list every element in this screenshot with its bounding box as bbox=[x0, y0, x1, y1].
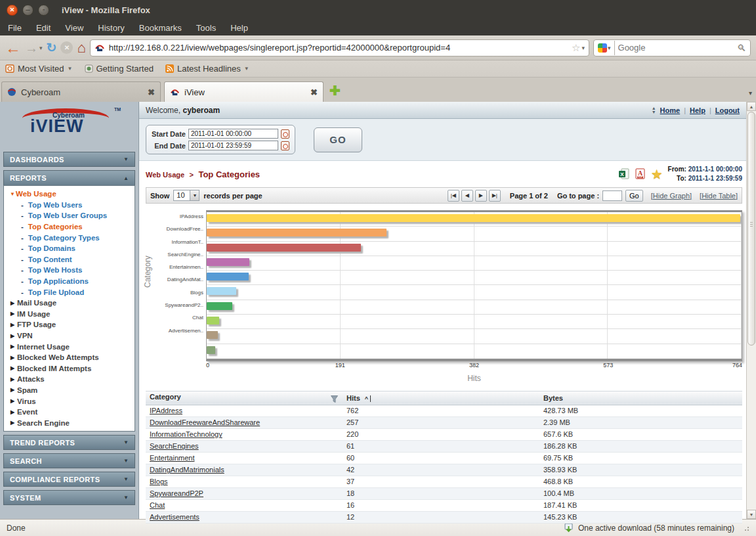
tab-close-icon[interactable]: ✖ bbox=[310, 87, 318, 97]
back-icon[interactable]: ← bbox=[5, 40, 21, 56]
search-box[interactable]: ▾ 🔍︎ bbox=[593, 39, 751, 56]
menu-view[interactable]: View bbox=[65, 23, 83, 33]
search-engine-dropdown-icon[interactable]: ▾ bbox=[608, 45, 611, 51]
sidebar-item-event[interactable]: ▶Event bbox=[4, 407, 135, 418]
category-link[interactable]: IPAddress bbox=[150, 407, 182, 414]
sidebar-item-top-categories[interactable]: -Top Categories bbox=[4, 221, 135, 233]
logout-link[interactable]: Logout bbox=[715, 106, 740, 114]
goto-page-input[interactable] bbox=[602, 190, 622, 201]
sidebar-item-search-engine[interactable]: ▶Search Engine bbox=[4, 417, 135, 428]
hide-graph-link[interactable]: [Hide Graph] bbox=[651, 192, 692, 200]
end-date-input[interactable] bbox=[188, 141, 278, 150]
scroll-up-icon[interactable]: ▲ bbox=[747, 102, 756, 111]
sidebar-item-mail-usage[interactable]: ▶Mail Usage bbox=[4, 298, 135, 309]
sidebar-item-spam[interactable]: ▶Spam bbox=[4, 385, 135, 396]
help-link[interactable]: Help bbox=[690, 106, 705, 114]
column-header-category[interactable]: Category bbox=[146, 391, 343, 405]
sidebar-item-top-content[interactable]: -Top Content bbox=[4, 254, 135, 265]
goto-page-go-button[interactable]: Go bbox=[625, 190, 643, 202]
calendar-icon[interactable] bbox=[281, 141, 289, 150]
chart-bar-entertainmen[interactable] bbox=[207, 273, 249, 280]
list-all-tabs-icon[interactable]: ▾ bbox=[749, 89, 752, 97]
first-page-button[interactable]: |◀ bbox=[448, 190, 459, 202]
chart-bar-spywareandp2[interactable] bbox=[207, 317, 219, 324]
resize-grip[interactable] bbox=[743, 525, 749, 531]
menu-file[interactable]: File bbox=[8, 23, 22, 33]
url-bar[interactable]: ☆ ▾ bbox=[90, 39, 589, 56]
sidebar-item-vpn[interactable]: ▶VPN bbox=[4, 330, 135, 342]
sidebar-section-dashboards[interactable]: DASHBOARDS ▼ bbox=[3, 152, 135, 167]
sidebar-item-web-usage[interactable]: ▼ Web Usage bbox=[4, 189, 135, 200]
previous-page-button[interactable]: ◀ bbox=[461, 190, 473, 202]
window-close-button[interactable]: ✕ bbox=[7, 5, 18, 16]
category-link[interactable]: InformationTechnology bbox=[150, 430, 222, 438]
column-header-hits[interactable]: Hits ^ bbox=[343, 391, 539, 405]
go-button[interactable]: GO bbox=[314, 127, 362, 152]
sidebar-item-internet-usage[interactable]: ▶Internet Usage bbox=[4, 341, 135, 352]
category-link[interactable]: DatingAndMatrimonials bbox=[150, 466, 224, 474]
sidebar-item-top-file-upload[interactable]: -Top File Upload bbox=[4, 286, 135, 298]
category-link[interactable]: SearchEngines bbox=[150, 442, 199, 450]
sidebar-section-compliance-reports[interactable]: COMPLIANCE REPORTS ▼ bbox=[3, 472, 135, 487]
category-link[interactable]: Entertainment bbox=[150, 454, 194, 462]
sidebar-item-top-web-user-groups[interactable]: -Top Web User Groups bbox=[4, 210, 135, 221]
sidebar-item-attacks[interactable]: ▶Attacks bbox=[4, 374, 135, 385]
category-link[interactable]: SpywareandP2P bbox=[150, 489, 203, 497]
reload-icon[interactable]: ↻ bbox=[47, 41, 57, 54]
sidebar-section-reports[interactable]: REPORTS ▲ bbox=[3, 170, 135, 185]
sidebar-item-top-web-users[interactable]: -Top Web Users bbox=[4, 200, 135, 211]
menu-help[interactable]: Help bbox=[230, 23, 248, 33]
category-link[interactable]: Blogs bbox=[150, 478, 168, 485]
chart-bar-ipaddress[interactable] bbox=[207, 214, 740, 222]
bookmark-star-icon[interactable]: ☆ bbox=[572, 42, 580, 54]
menu-tools[interactable]: Tools bbox=[196, 23, 216, 33]
sidebar-section-system[interactable]: SYSTEM ▼ bbox=[3, 490, 135, 505]
sidebar-item-top-web-hosts[interactable]: -Top Web Hosts bbox=[4, 265, 135, 276]
category-link[interactable]: Chat bbox=[150, 501, 165, 509]
tab-cyberoam[interactable]: Cyberoam ✖ bbox=[1, 81, 161, 102]
chart-bar-advertisemen[interactable] bbox=[207, 346, 215, 354]
filter-funnel-icon[interactable] bbox=[330, 395, 339, 403]
export-excel-icon[interactable]: X bbox=[618, 168, 629, 179]
scrollbar-thumb[interactable] bbox=[747, 112, 755, 346]
chart-bar-datingandmat[interactable] bbox=[207, 287, 236, 295]
tab-close-icon[interactable]: ✖ bbox=[148, 87, 155, 97]
sidebar-item-top-applications[interactable]: -Top Applications bbox=[4, 276, 135, 287]
menu-history[interactable]: History bbox=[98, 23, 124, 33]
next-page-button[interactable]: ▶ bbox=[475, 190, 487, 202]
last-page-button[interactable]: ▶| bbox=[489, 190, 501, 202]
sidebar-item-blocked-im-attempts[interactable]: ▶Blocked IM Attempts bbox=[4, 363, 135, 374]
chart-bar-downloadfree[interactable] bbox=[207, 229, 387, 236]
export-pdf-icon[interactable]: APDF bbox=[635, 168, 646, 179]
download-status[interactable]: One active download (58 minutes remainin… bbox=[564, 523, 749, 533]
category-link[interactable]: Advertisements bbox=[150, 513, 200, 521]
sidebar-item-ftp-usage[interactable]: ▶FTP Usage bbox=[4, 319, 135, 330]
chart-bar-chat[interactable] bbox=[207, 331, 218, 339]
menu-edit[interactable]: Edit bbox=[36, 23, 51, 33]
chart-bar-informationt[interactable] bbox=[207, 244, 361, 252]
window-minimize-button[interactable]: ─ bbox=[22, 5, 33, 16]
sidebar-item-top-category-types[interactable]: -Top Category Types bbox=[4, 232, 135, 243]
window-maximize-button[interactable]: ▫ bbox=[38, 5, 49, 16]
url-input[interactable] bbox=[109, 43, 568, 53]
bookmark-getting-started[interactable]: Getting Started bbox=[85, 64, 154, 74]
page-size-select[interactable]: 10 ▼ bbox=[173, 190, 200, 201]
search-magnifier-icon[interactable]: 🔍︎ bbox=[737, 43, 746, 53]
start-date-input[interactable] bbox=[188, 129, 278, 139]
sidebar-item-virus[interactable]: ▶Virus bbox=[4, 395, 135, 407]
search-engine-icon[interactable] bbox=[598, 43, 607, 53]
scroll-down-icon[interactable]: ▼ bbox=[747, 510, 756, 519]
column-header-bytes[interactable]: Bytes bbox=[539, 391, 742, 405]
bookmark-most-visited[interactable]: Most Visited ▼ bbox=[5, 64, 73, 74]
breadcrumb-parent[interactable]: Web Usage bbox=[146, 171, 184, 179]
sidebar-item-im-usage[interactable]: ▶IM Usage bbox=[4, 309, 135, 320]
new-tab-icon[interactable]: ✚ bbox=[329, 83, 341, 99]
stop-icon[interactable]: ✕ bbox=[60, 41, 73, 54]
sidebar-section-search[interactable]: SEARCH ▼ bbox=[3, 453, 135, 468]
chart-bar-searchengine[interactable] bbox=[207, 258, 249, 266]
sidebar-section-trend-reports[interactable]: TREND REPORTS ▼ bbox=[3, 435, 135, 450]
home-icon[interactable]: ⌂ bbox=[77, 41, 85, 55]
history-dropdown-icon[interactable]: ▾ bbox=[39, 45, 43, 51]
sidebar-item-blocked-web-attempts[interactable]: ▶Blocked Web Attempts bbox=[4, 352, 135, 363]
collapse-icon[interactable]: ▲▼ bbox=[652, 106, 656, 114]
